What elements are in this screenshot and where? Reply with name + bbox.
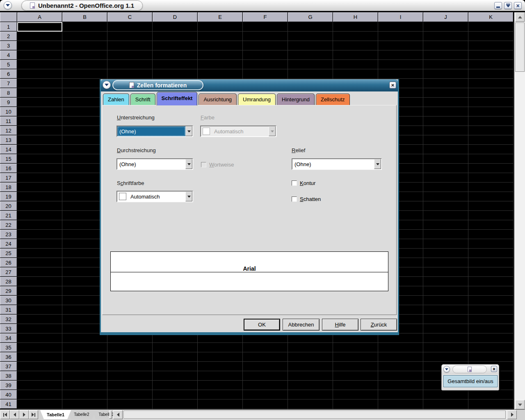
outline-checkbox[interactable]: Kontur [292,180,315,186]
column-header-e[interactable]: E [198,12,243,22]
dropdown-arrow-icon[interactable] [185,159,192,169]
tab-scrollbar-splitter[interactable] [109,411,112,419]
row-header-38[interactable]: 38 [0,371,17,381]
dialog-tab-ausrichtung[interactable]: Ausrichtung [199,94,237,105]
column-header-a[interactable]: A [17,12,62,22]
dialog-tab-schrifteffekt[interactable]: Schrifteffekt [157,92,198,105]
column-header-k[interactable]: K [468,12,514,22]
last-sheet-button[interactable] [29,410,38,419]
underline-select[interactable]: (Ohne) [116,126,193,137]
sheet-tab-tabelle2[interactable]: Tabelle2 [67,410,96,419]
scroll-down-button[interactable] [515,400,525,409]
row-header-36[interactable]: 36 [0,352,17,362]
close-button[interactable]: × [514,2,522,9]
column-header-f[interactable]: F [243,12,288,22]
column-header-i[interactable]: I [378,12,423,22]
row-header-30[interactable]: 30 [0,296,17,305]
dropdown-arrow-icon[interactable] [185,192,192,201]
dialog-tab-zahlen[interactable]: Zahlen [103,94,129,105]
horizontal-scrollbar-thumb[interactable] [123,411,506,419]
next-sheet-button[interactable] [19,410,29,419]
row-header-28[interactable]: 28 [0,277,17,286]
scroll-right-button[interactable] [507,410,517,419]
row-header-2[interactable]: 2 [0,32,17,41]
row-header-13[interactable]: 13 [0,135,17,145]
row-header-5[interactable]: 5 [0,60,17,69]
cancel-button[interactable]: Abbrechen [283,319,320,331]
row-header-1[interactable]: 1 [0,22,17,32]
minimize-button[interactable] [494,2,502,9]
row-header-22[interactable]: 22 [0,220,17,230]
row-header-32[interactable]: 32 [0,315,17,324]
horizontal-scrollbar[interactable] [123,410,507,419]
row-header-6[interactable]: 6 [0,69,17,79]
dropdown-arrow-icon[interactable] [374,159,381,169]
column-header-j[interactable]: J [423,12,468,22]
vertical-scrollbar[interactable] [514,12,525,409]
row-header-3[interactable]: 3 [0,41,17,50]
dialog-tab-zellschutz[interactable]: Zellschutz [316,94,350,105]
strikethrough-select[interactable]: (Ohne) [116,158,193,170]
floating-window-close-button[interactable]: × [491,366,497,372]
row-header-17[interactable]: 17 [0,173,17,183]
maximize-button[interactable] [504,2,512,9]
row-header-39[interactable]: 39 [0,381,17,390]
row-header-12[interactable]: 12 [0,126,17,135]
shadow-checkbox[interactable]: Schatten [292,196,321,202]
row-header-31[interactable]: 31 [0,305,17,315]
row-header-23[interactable]: 23 [0,230,17,239]
fontcolor-select[interactable]: Automatisch [116,191,193,202]
row-header-8[interactable]: 8 [0,88,17,98]
row-header-34[interactable]: 34 [0,333,17,343]
vertical-scrollbar-thumb[interactable] [515,23,525,72]
window-menu-button[interactable] [4,1,12,9]
row-header-16[interactable]: 16 [0,164,17,173]
row-header-14[interactable]: 14 [0,145,17,154]
column-header-c[interactable]: C [107,12,153,22]
back-button[interactable]: Zurück [361,319,397,331]
active-cell[interactable] [17,22,62,32]
row-header-21[interactable]: 21 [0,211,17,220]
sheet-tab-tabelle1[interactable]: Tabelle1 [40,410,71,419]
row-header-7[interactable]: 7 [0,79,17,88]
first-sheet-button[interactable] [0,410,10,419]
checkbox-box[interactable] [292,180,297,186]
row-header-10[interactable]: 10 [0,107,17,116]
floating-window-menu-button[interactable] [443,366,450,372]
scroll-left-button[interactable] [113,410,123,419]
column-header-b[interactable]: B [62,12,107,22]
row-header-4[interactable]: 4 [0,50,17,60]
dialog-tab-umrandung[interactable]: Umrandung [238,94,276,105]
row-header-18[interactable]: 18 [0,183,17,192]
row-header-9[interactable]: 9 [0,98,17,107]
dialog-tab-hintergrund[interactable]: Hintergrund [277,94,315,105]
row-header-20[interactable]: 20 [0,201,17,211]
column-header-h[interactable]: H [333,12,378,22]
dialog-close-button[interactable]: × [389,82,396,89]
ok-button[interactable]: OK [244,319,280,331]
gesamtbild-toggle-button[interactable]: Gesamtbild ein/aus [443,375,498,387]
row-header-41[interactable]: 41 [0,399,17,409]
row-header-24[interactable]: 24 [0,239,17,249]
row-header-35[interactable]: 35 [0,343,17,352]
row-header-33[interactable]: 33 [0,324,17,333]
dialog-menu-button[interactable] [103,81,111,89]
row-header-15[interactable]: 15 [0,154,17,164]
row-header-11[interactable]: 11 [0,116,17,126]
row-header-27[interactable]: 27 [0,267,17,277]
checkbox-box[interactable] [292,196,297,202]
row-header-29[interactable]: 29 [0,286,17,296]
column-header-d[interactable]: D [153,12,198,22]
row-header-40[interactable]: 40 [0,390,17,399]
row-header-19[interactable]: 19 [0,192,17,201]
dialog-tab-schrift[interactable]: Schrift [130,94,155,105]
help-button[interactable]: Hilfe [322,319,358,331]
row-header-26[interactable]: 26 [0,258,17,267]
relief-select[interactable]: (Ohne) [292,158,382,170]
dropdown-arrow-icon[interactable] [185,126,192,136]
scroll-up-button[interactable] [515,12,525,22]
previous-sheet-button[interactable] [10,410,19,419]
column-header-g[interactable]: G [288,12,333,22]
row-header-37[interactable]: 37 [0,362,17,371]
select-all-corner[interactable] [0,12,17,22]
